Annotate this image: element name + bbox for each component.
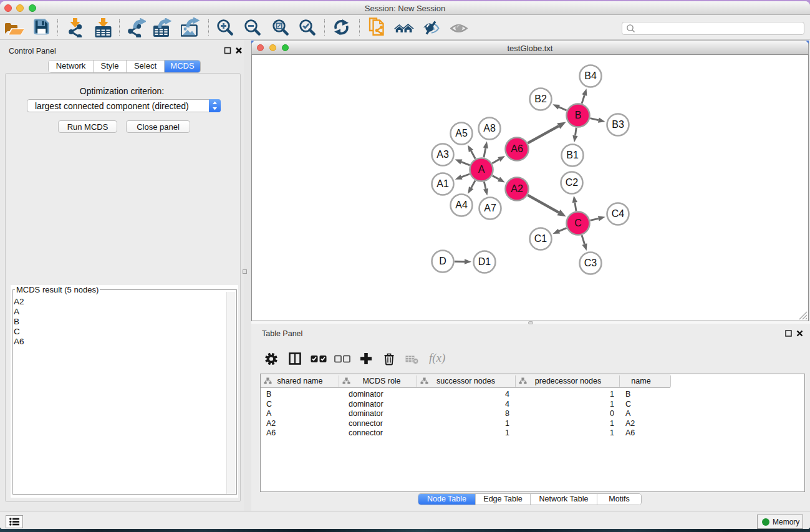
svg-text:A5: A5 [455,128,468,138]
svg-text:A3: A3 [436,149,449,160]
svg-text:A4: A4 [455,200,468,210]
svg-text:B4: B4 [584,70,597,81]
svg-text:C: C [574,218,582,228]
svg-text:B1: B1 [566,150,579,160]
svg-text:A6: A6 [511,143,523,154]
svg-text:A1: A1 [436,178,449,189]
svg-text:B: B [575,110,582,120]
svg-text:A7: A7 [484,203,496,213]
svg-text:D1: D1 [478,256,491,267]
svg-text:A2: A2 [511,183,523,194]
svg-text:D: D [439,256,446,266]
svg-text:C2: C2 [566,177,579,188]
svg-text:C4: C4 [612,208,625,219]
svg-text:C1: C1 [534,233,547,244]
svg-text:B3: B3 [612,119,624,130]
svg-text:A8: A8 [483,123,496,133]
svg-text:A: A [478,164,485,175]
svg-text:C3: C3 [584,258,597,268]
svg-text:B2: B2 [534,94,547,104]
